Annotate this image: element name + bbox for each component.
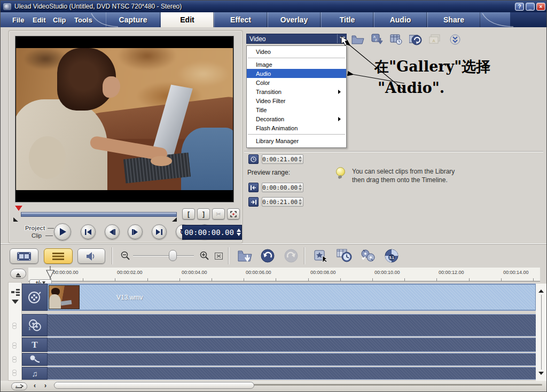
timeline-view-button[interactable] [44, 248, 73, 264]
music-track-header[interactable]: ♫ [22, 367, 48, 380]
mark-out-button[interactable]: ] [197, 208, 210, 219]
cut-clip-button[interactable]: ✂ [212, 208, 225, 219]
help-button[interactable]: ? [515, 3, 524, 11]
title-track[interactable] [48, 338, 536, 352]
timeline-scroll-mode-button[interactable]: + [11, 382, 27, 390]
go-end-button[interactable] [152, 224, 167, 239]
menubar-end-cap [510, 12, 547, 27]
mark-out-time-button[interactable] [248, 197, 259, 207]
scroll-down-icon[interactable] [538, 372, 544, 378]
gallery-menu-item-decoration[interactable]: Decoration [247, 114, 346, 123]
zoom-out-button[interactable] [117, 247, 134, 264]
fit-project-button[interactable] [210, 247, 227, 264]
close-button[interactable]: × [536, 3, 545, 11]
tab-capture[interactable]: Capture [106, 12, 160, 27]
music-track[interactable] [48, 367, 536, 380]
gallery-menu-item-video[interactable]: Video [247, 47, 346, 56]
track-list-icon[interactable] [11, 289, 20, 296]
gallery-dropdown[interactable]: Video [246, 34, 347, 44]
zoom-slider-track[interactable] [133, 255, 194, 256]
step-forward-button[interactable] [128, 224, 143, 239]
play-button[interactable] [54, 223, 71, 240]
horizontal-scrollbar-thumb[interactable] [54, 382, 254, 389]
duration-field[interactable]: 0:00:21.00 [262, 154, 303, 164]
tab-effect[interactable]: Effect [214, 12, 267, 27]
title-track-header[interactable]: T [22, 338, 48, 352]
tab-audio[interactable]: Audio [374, 12, 427, 27]
expand-options-button[interactable] [448, 33, 462, 46]
tab-share[interactable]: Share [427, 12, 480, 27]
link-music-icon[interactable] [12, 370, 18, 377]
menu-tools[interactable]: Tools [70, 12, 97, 27]
scroll-right-button[interactable]: › [44, 382, 46, 389]
scroll-up-icon[interactable] [538, 287, 544, 293]
gallery-dropdown-arrow-button[interactable] [337, 34, 347, 43]
minimize-button[interactable]: _ [526, 3, 535, 11]
track-select-button[interactable] [10, 269, 26, 279]
insert-media-button[interactable] [237, 247, 254, 264]
view-options-button[interactable] [389, 33, 403, 46]
mark-in-button[interactable]: [ [182, 208, 195, 219]
project-mode-label[interactable]: Project [25, 225, 45, 231]
menu-file[interactable]: File [8, 12, 28, 27]
mark-in-field[interactable]: 0:00:00.00 [262, 183, 303, 192]
rail-chevron-down-icon[interactable] [12, 300, 19, 304]
step-back-button[interactable] [105, 224, 120, 239]
link-title-icon[interactable] [12, 342, 18, 350]
duration-spinner[interactable] [298, 154, 303, 164]
gallery-menu-item-transition[interactable]: Transition [247, 87, 346, 96]
tab-title[interactable]: Title [321, 12, 373, 27]
audio-view-button[interactable] [77, 248, 105, 264]
smart-proxy-button[interactable] [312, 247, 330, 264]
go-start-button[interactable] [81, 224, 96, 239]
undo-button[interactable] [259, 247, 276, 264]
gallery-menu-item-audio[interactable]: Audio [247, 69, 346, 78]
track-manager-button[interactable] [360, 247, 377, 264]
mark-in-time-button[interactable] [248, 183, 259, 192]
tab-overlay[interactable]: Overlay [268, 12, 321, 27]
menu-clip[interactable]: Clip [49, 12, 71, 27]
gallery-menu-item-image[interactable]: Image [247, 60, 346, 69]
mark-out-spinner[interactable] [298, 197, 303, 207]
trim-handle-left[interactable] [13, 217, 18, 222]
gallery-menu-item-video-filter[interactable]: Video Filter [247, 96, 346, 105]
storyboard-view-button[interactable] [10, 248, 38, 264]
batch-convert-button[interactable] [336, 247, 353, 264]
video-track-header[interactable] [22, 284, 48, 311]
gallery-menu-item-flash-animation[interactable]: Flash Animation [247, 123, 346, 132]
zoom-out-icon [121, 251, 130, 261]
tab-edit[interactable]: Edit [161, 12, 214, 27]
gallery-menu-item-title[interactable]: Title [247, 105, 346, 114]
sort-clips-button[interactable]: A Z [370, 33, 384, 46]
ruler-ticks [51, 278, 540, 281]
surround-sound-button[interactable]: 5.1 [383, 247, 400, 264]
gallery-menu-item-color[interactable]: Color [247, 78, 346, 87]
trim-handle-right[interactable] [172, 217, 177, 222]
title-bar: Ulead VideoStudio (Untitled, DVD NTSC 72… [1, 1, 547, 12]
voice-track[interactable] [48, 353, 536, 366]
library-panel-button-disabled[interactable]: A [428, 33, 442, 46]
preview-timecode-spinner[interactable] [236, 226, 241, 238]
track-vertical-scrollbar[interactable] [536, 284, 546, 381]
redo-button[interactable] [283, 247, 300, 264]
scroll-left-button[interactable]: ‹ [34, 382, 36, 389]
overlay-track[interactable] [48, 314, 536, 336]
duration-clock-button[interactable] [248, 154, 259, 164]
link-voice-icon[interactable] [12, 356, 18, 364]
refresh-library-button[interactable] [409, 33, 423, 46]
zoom-slider-handle[interactable] [169, 250, 177, 261]
voice-track-header[interactable] [22, 353, 48, 366]
enlarge-preview-button[interactable] [227, 208, 240, 219]
mark-in-spinner[interactable] [298, 183, 303, 192]
scrub-bar[interactable] [21, 212, 177, 217]
preview-timecode-display[interactable]: 00:00:00.00 [182, 225, 242, 240]
gallery-menu-item-library-manager[interactable]: Library Manager [247, 136, 346, 145]
clip-mode-label[interactable]: Clip [32, 232, 42, 239]
menu-edit[interactable]: Edit [28, 12, 50, 27]
link-overlay-icon[interactable] [12, 323, 18, 330]
timeline-ruler[interactable]: 00:00:00.00 00:00:02.00 00:00:04.00 00:0… [28, 268, 540, 281]
mark-out-field[interactable]: 0:00:21.00 [262, 197, 303, 207]
load-media-button[interactable] [351, 33, 365, 46]
timeline-clip[interactable]: V13.wmv [48, 284, 536, 310]
overlay-track-header[interactable]: 1 [22, 314, 48, 336]
